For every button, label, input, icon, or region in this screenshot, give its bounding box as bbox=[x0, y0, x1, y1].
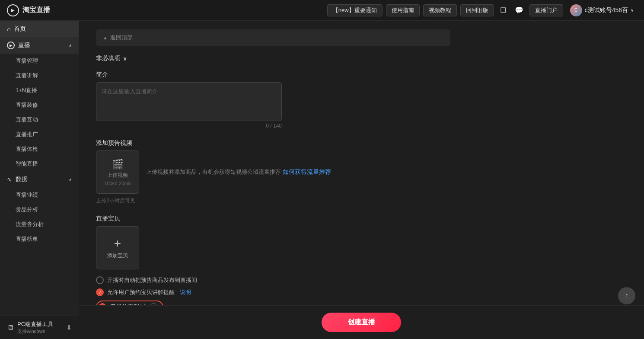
sidebar-item-live-management[interactable]: 直播管理 bbox=[0, 54, 79, 68]
back-old-button[interactable]: 回到旧版 bbox=[460, 4, 494, 16]
home-icon: ⌂ bbox=[7, 26, 10, 32]
usage-guide-button[interactable]: 使用指南 bbox=[386, 4, 420, 16]
sidebar-section-data[interactable]: ∿ 数据 ∧ bbox=[0, 171, 79, 188]
data-section-icon: ∿ bbox=[7, 176, 12, 183]
sidebar-item-live-explain[interactable]: 直播讲解 bbox=[0, 68, 79, 83]
edit-icon-button[interactable]: ☐ bbox=[497, 4, 509, 16]
video-note: 上传2小时后可见 bbox=[96, 197, 450, 205]
intro-label: 简介 bbox=[96, 71, 450, 79]
video-description: 上传视频并添加商品，有机会获得短视频公域流量推荐 如何获得流量推荐 bbox=[146, 168, 331, 176]
upload-video-label: 上传视频 bbox=[107, 172, 128, 179]
sidebar: ⌂ 首页 ▶ 直播 ∧ 直播管理 直播讲解 1+N直播 直播装修 直播互动 直播… bbox=[0, 21, 79, 339]
content-inner: ▲ 返回顶部 非必填项 ∨ 简介 0 / 140 添加预告视频 bbox=[79, 29, 468, 339]
sidebar-item-live-health[interactable]: 直播体检 bbox=[0, 142, 79, 157]
sidebar-section-live[interactable]: ▶ 直播 ∧ bbox=[0, 37, 79, 54]
sidebar-item-home[interactable]: ⌂ 首页 bbox=[0, 21, 79, 37]
product-label: 直播宝贝 bbox=[96, 215, 450, 223]
video-tutorial-button[interactable]: 视频教程 bbox=[423, 4, 457, 16]
add-product-label: 添加宝贝 bbox=[107, 252, 128, 259]
user-chevron: ∨ bbox=[631, 8, 634, 13]
auto-publish-checkbox[interactable] bbox=[96, 276, 104, 284]
sidebar-item-live-1n[interactable]: 1+N直播 bbox=[0, 83, 79, 98]
intro-textarea[interactable] bbox=[96, 82, 282, 121]
video-field-group: 添加预告视频 🎬 上传视频 100kb-20mb 上传视频并添加商品，有机会获得… bbox=[96, 139, 450, 205]
sidebar-item-live-ai[interactable]: 智能直播 bbox=[0, 157, 79, 171]
optional-chevron-icon: ∨ bbox=[123, 55, 127, 62]
product-field-group: 直播宝贝 + 添加宝贝 开播时自动把预告商品发布到直播间 bbox=[96, 215, 450, 313]
add-product-box[interactable]: + 添加宝贝 bbox=[96, 226, 139, 269]
allow-remind-checkbox[interactable] bbox=[96, 288, 104, 296]
user-name: c测试账号456百 bbox=[585, 6, 628, 14]
sidebar-bottom-tool[interactable]: 🖥 PC端直播工具 支持windows ⬇ bbox=[0, 316, 79, 339]
sidebar-item-coupon-analysis[interactable]: 流量券分析 bbox=[0, 217, 79, 232]
auto-publish-row: 开播时自动把预告商品发布到直播间 bbox=[96, 276, 450, 284]
live-portal-button[interactable]: 直播门户 bbox=[529, 4, 563, 16]
content-area: ▲ 返回顶部 非必填项 ∨ 简介 0 / 140 添加预告视频 bbox=[79, 21, 644, 339]
sidebar-item-product-analysis[interactable]: 货品分析 bbox=[0, 202, 79, 217]
top-nav-actions: 【new】重要通知 使用指南 视频教程 回到旧版 ☐ 💬 直播门户 C c测试账… bbox=[327, 3, 637, 18]
data-chevron-icon: ∧ bbox=[69, 177, 72, 182]
download-icon[interactable]: ⬇ bbox=[66, 323, 72, 332]
intro-char-count: 0 / 140 bbox=[96, 123, 282, 129]
message-icon-button[interactable]: 💬 bbox=[512, 4, 526, 16]
optional-header[interactable]: 非必填项 ∨ bbox=[96, 54, 450, 62]
sidebar-item-live-ranking[interactable]: 直播榜单 bbox=[0, 232, 79, 246]
live-section-icon: ▶ bbox=[7, 42, 15, 49]
sidebar-item-live-interact[interactable]: 直播互动 bbox=[0, 112, 79, 127]
sidebar-item-live-promote[interactable]: 直播推广 bbox=[0, 127, 79, 142]
home-label: 首页 bbox=[14, 25, 26, 33]
new-notice-button[interactable]: 【new】重要通知 bbox=[327, 4, 383, 16]
pc-tool-sub: 支持windows bbox=[17, 328, 63, 335]
create-live-button[interactable]: 创建直播 bbox=[322, 313, 401, 332]
video-desc-text: 上传视频并添加商品，有机会获得短视频公域流量推荐 bbox=[146, 169, 281, 175]
live-section-label: 直播 bbox=[18, 42, 30, 49]
video-label: 添加预告视频 bbox=[96, 139, 450, 147]
upload-video-size: 100kb-20mb bbox=[104, 181, 131, 186]
logo: ▶ 淘宝直播 bbox=[7, 4, 50, 16]
intro-field-group: 简介 0 / 140 bbox=[96, 71, 450, 129]
main-layout: ⌂ 首页 ▶ 直播 ∧ 直播管理 直播讲解 1+N直播 直播装修 直播互动 直播… bbox=[0, 21, 644, 339]
optional-label: 非必填项 bbox=[96, 54, 120, 62]
allow-remind-label: 允许用户预约宝贝讲解提醒 bbox=[107, 288, 175, 296]
sidebar-item-live-performance[interactable]: 直播业绩 bbox=[0, 188, 79, 202]
pc-tool-icon: 🖥 bbox=[7, 324, 14, 332]
video-link[interactable]: 如何获得流量推荐 bbox=[283, 168, 331, 175]
data-section-label: 数据 bbox=[16, 176, 28, 183]
live-chevron-icon: ∧ bbox=[69, 43, 72, 48]
create-button-bar: 创建直播 bbox=[79, 305, 644, 339]
add-product-icon: + bbox=[114, 237, 121, 250]
auto-publish-checkbox-row[interactable]: 开播时自动把预告商品发布到直播间 bbox=[96, 276, 450, 284]
allow-remind-checkbox-row[interactable]: 允许用户预约宝贝讲解提醒 说明 bbox=[96, 288, 450, 296]
logo-icon: ▶ bbox=[7, 4, 19, 16]
collapsed-bar-text: 返回顶部 bbox=[110, 34, 133, 42]
collapsed-bar-label: ▲ bbox=[103, 35, 110, 40]
user-menu[interactable]: C c测试账号456百 ∨ bbox=[567, 3, 637, 18]
allow-remind-explain-link[interactable]: 说明 bbox=[180, 288, 191, 296]
pc-tool-title: PC端直播工具 bbox=[17, 320, 63, 328]
upload-video-icon: 🎬 bbox=[112, 159, 124, 170]
collapsed-top-bar[interactable]: ▲ 返回顶部 bbox=[96, 29, 450, 46]
pc-tool-text: PC端直播工具 支持windows bbox=[17, 320, 63, 335]
scroll-to-top-button[interactable]: ↑ bbox=[618, 287, 635, 304]
optional-section: 非必填项 ∨ 简介 0 / 140 添加预告视频 🎬 上传视频 bbox=[96, 54, 450, 313]
sidebar-item-live-decor[interactable]: 直播装修 bbox=[0, 98, 79, 112]
avatar: C bbox=[570, 4, 582, 16]
auto-publish-label: 开播时自动把预告商品发布到直播间 bbox=[107, 276, 197, 284]
top-navbar: ▶ 淘宝直播 【new】重要通知 使用指南 视频教程 回到旧版 ☐ 💬 直播门户… bbox=[0, 0, 644, 21]
upload-video-box[interactable]: 🎬 上传视频 100kb-20mb bbox=[96, 150, 139, 194]
scroll-top-icon: ↑ bbox=[625, 292, 628, 300]
video-row: 🎬 上传视频 100kb-20mb 上传视频并添加商品，有机会获得短视频公域流量… bbox=[96, 150, 450, 194]
logo-text: 淘宝直播 bbox=[22, 6, 50, 15]
